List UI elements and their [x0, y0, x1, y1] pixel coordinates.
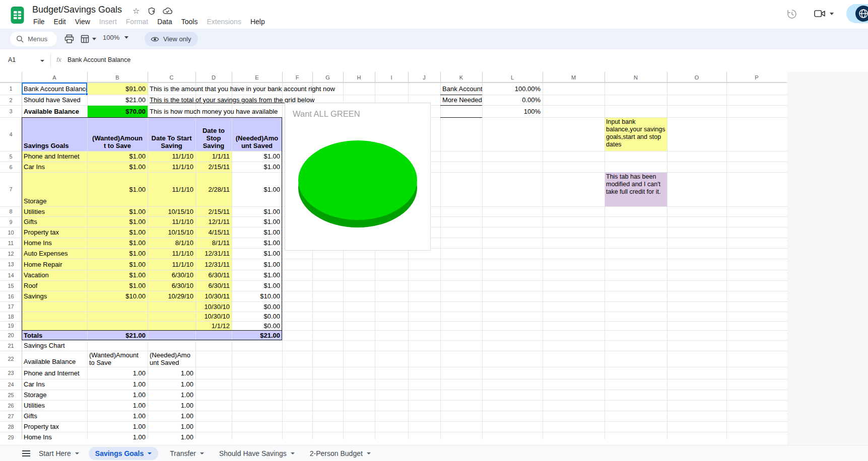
cell-A5[interactable]: Phone and Internet: [22, 151, 87, 162]
cell-A23[interactable]: Phone and Internet: [22, 367, 87, 379]
cell-C25[interactable]: 1.00: [148, 390, 195, 400]
row-header-18[interactable]: 18: [0, 312, 22, 321]
menu-view[interactable]: View: [71, 18, 95, 26]
cell-B13[interactable]: $1.00: [87, 259, 148, 270]
cell-B11[interactable]: $1.00: [87, 238, 148, 248]
cell-B3[interactable]: $70.00: [87, 105, 148, 117]
menu-tools[interactable]: Tools: [177, 18, 203, 26]
cell-D10[interactable]: 4/15/11: [195, 227, 232, 238]
column-header-B[interactable]: B: [87, 72, 148, 83]
cell-A21[interactable]: Savings Chart: [22, 340, 87, 351]
cell-K1[interactable]: Bank Account: [440, 83, 482, 95]
cell-A14[interactable]: Vacation: [22, 270, 87, 280]
row-header-17[interactable]: 17: [0, 301, 22, 312]
row-header-7[interactable]: 7: [0, 172, 22, 206]
cell-C8[interactable]: 10/15/10: [148, 206, 195, 216]
cell-C7[interactable]: 11/1/10: [148, 172, 195, 206]
menu-file[interactable]: File: [29, 18, 49, 26]
cell-D12[interactable]: 12/31/11: [195, 248, 232, 259]
cell-L2[interactable]: 0.00%: [482, 95, 543, 105]
cell-A13[interactable]: Home Repair: [22, 259, 87, 270]
row-header-9[interactable]: 9: [0, 216, 22, 227]
cell-A15[interactable]: Roof: [22, 280, 87, 291]
cell-C26[interactable]: 1.00: [148, 400, 195, 411]
cell-E10[interactable]: $1.00: [232, 227, 282, 238]
star-icon[interactable]: ☆: [132, 6, 140, 16]
cell-E7[interactable]: $1.00: [232, 172, 282, 206]
column-header-E[interactable]: E: [232, 72, 282, 83]
cell-D8[interactable]: 2/15/11: [195, 206, 232, 216]
cell-A20[interactable]: Totals: [22, 330, 87, 340]
cell-E15[interactable]: $1.00: [232, 280, 282, 291]
menu-edit[interactable]: Edit: [49, 18, 71, 26]
row-header-13[interactable]: 13: [0, 259, 22, 270]
zoom-control[interactable]: 100%: [103, 34, 128, 41]
cell-D14[interactable]: 6/30/11: [195, 270, 232, 280]
column-header-K[interactable]: K: [440, 72, 482, 83]
video-call-control[interactable]: [814, 9, 834, 18]
cell-A9[interactable]: Gifts: [22, 216, 87, 227]
view-only-badge[interactable]: View only: [145, 32, 198, 46]
avatar-globe-icon[interactable]: [855, 6, 868, 22]
cell-C12[interactable]: 11/1/10: [148, 248, 195, 259]
row-header-27[interactable]: 27: [0, 411, 22, 421]
row-header-15[interactable]: 15: [0, 280, 22, 291]
shield-plus-icon[interactable]: [148, 7, 156, 16]
cell-C13[interactable]: 11/1/10: [148, 259, 195, 270]
formula-input[interactable]: Bank Account Balance: [68, 56, 130, 63]
row-header-21[interactable]: 21: [0, 340, 22, 351]
cell-D18[interactable]: 10/30/10: [195, 312, 232, 321]
row-header-28[interactable]: 28: [0, 421, 22, 432]
column-header-J[interactable]: J: [408, 72, 440, 83]
print-icon[interactable]: [64, 34, 74, 44]
cell-E19[interactable]: $0.00: [232, 321, 282, 330]
sheet-tab-savings-goals[interactable]: Savings Goals: [89, 447, 158, 460]
cell-A12[interactable]: Auto Expenses: [22, 248, 87, 259]
column-header-A[interactable]: A: [22, 72, 87, 83]
cell-D9[interactable]: 12/1/11: [195, 216, 232, 227]
cell-B7[interactable]: $1.00: [87, 172, 148, 206]
column-header-D[interactable]: D: [195, 72, 232, 83]
cell-A7[interactable]: Storage: [22, 172, 87, 206]
cell-C9[interactable]: 11/1/10: [148, 216, 195, 227]
cell-C16[interactable]: 10/29/10: [148, 291, 195, 301]
menus-search-button[interactable]: Menus: [10, 32, 57, 46]
cell-B28[interactable]: 1.00: [87, 421, 148, 432]
cell-E5[interactable]: $1.00: [232, 151, 282, 162]
column-header-G[interactable]: G: [312, 72, 343, 83]
cell-A10[interactable]: Property tax: [22, 227, 87, 238]
row-header-20[interactable]: 20: [0, 330, 22, 340]
cell-B25[interactable]: 1.00: [87, 390, 148, 400]
row-header-19[interactable]: 19: [0, 321, 22, 330]
cell-C23[interactable]: 1.00: [148, 367, 195, 379]
column-header-C[interactable]: C: [148, 72, 195, 83]
column-header-N[interactable]: N: [605, 72, 667, 83]
row-header-10[interactable]: 10: [0, 227, 22, 238]
cell-C3[interactable]: This is how much money you have availabl…: [148, 105, 280, 117]
cell-D6[interactable]: 2/15/11: [195, 162, 232, 172]
row-header-23[interactable]: 23: [0, 367, 22, 379]
sheet-tab-transfer[interactable]: Transfer: [163, 447, 211, 460]
row-header-1[interactable]: 1: [0, 83, 22, 95]
cell-E18[interactable]: $0.00: [232, 312, 282, 321]
column-header-H[interactable]: H: [343, 72, 375, 83]
cell-A11[interactable]: Home Ins: [22, 238, 87, 248]
row-header-14[interactable]: 14: [0, 270, 22, 280]
cell-B16[interactable]: $10.00: [87, 291, 148, 301]
cell-C29[interactable]: 1.00: [148, 432, 195, 439]
row-header-26[interactable]: 26: [0, 400, 22, 411]
cell-C1[interactable]: This is the amount that you have in your…: [148, 83, 337, 95]
cell-B2[interactable]: $21.00: [87, 95, 148, 105]
cell-D19[interactable]: 1/1/12: [195, 321, 232, 330]
cell-A22[interactable]: Available Balance: [22, 351, 87, 367]
cell-C5[interactable]: 11/1/10: [148, 151, 195, 162]
cell-B20[interactable]: $21.00: [87, 330, 148, 340]
cell-E17[interactable]: $0.00: [232, 301, 282, 312]
cell-A4[interactable]: Savings Goals: [22, 117, 87, 151]
cell-K2[interactable]: More Needed: [440, 95, 482, 105]
cell-C6[interactable]: 11/1/10: [148, 162, 195, 172]
cell-E11[interactable]: $1.00: [232, 238, 282, 248]
cell-B9[interactable]: $1.00: [87, 216, 148, 227]
cell-B29[interactable]: 1.00: [87, 432, 148, 439]
cell-N7[interactable]: This tab has been modified and I can't t…: [605, 172, 667, 206]
